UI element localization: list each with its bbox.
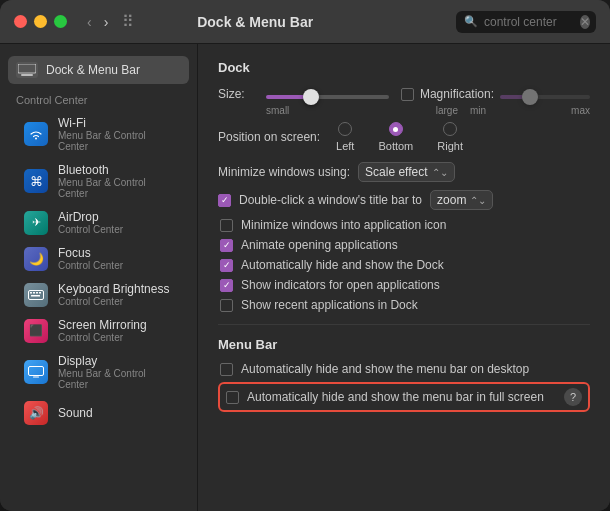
svg-rect-3	[30, 292, 32, 294]
display-info: Display Menu Bar & Control Center	[58, 354, 173, 390]
position-right-radio[interactable]	[443, 122, 457, 136]
help-button[interactable]: ?	[564, 388, 582, 406]
focus-icon: 🌙	[24, 247, 48, 271]
sidebar-item-sound[interactable]: 🔊 Sound	[8, 396, 189, 430]
svg-rect-9	[33, 377, 39, 378]
svg-rect-8	[29, 367, 44, 376]
position-bottom[interactable]: Bottom	[378, 122, 413, 152]
size-small-label: small	[266, 105, 289, 116]
checkbox-minimize-icon: Minimize windows into application icon	[218, 218, 590, 232]
bluetooth-info: Bluetooth Menu Bar & Control Center	[58, 163, 173, 199]
wifi-info: Wi-Fi Menu Bar & Control Center	[58, 116, 173, 152]
dock-menu-bar-icon	[16, 62, 38, 78]
position-right[interactable]: Right	[437, 122, 463, 152]
search-bar: 🔍 ✕	[456, 11, 596, 33]
position-left[interactable]: Left	[336, 122, 354, 152]
auto-hide-fullscreen-checkbox[interactable]	[226, 391, 239, 404]
titlebar: ‹ › ⠿ Dock & Menu Bar 🔍 ✕	[0, 0, 610, 44]
window-title: Dock & Menu Bar	[54, 14, 456, 30]
highlighted-row: Automatically hide and show the menu bar…	[218, 382, 590, 412]
sidebar-item-wifi[interactable]: Wi-Fi Menu Bar & Control Center	[8, 111, 189, 157]
recent-apps-checkbox[interactable]	[220, 299, 233, 312]
position-left-label: Left	[336, 140, 354, 152]
sidebar-item-focus[interactable]: 🌙 Focus Control Center	[8, 241, 189, 276]
double-click-checkbox[interactable]	[218, 194, 231, 207]
svg-rect-1	[21, 74, 33, 76]
svg-rect-7	[31, 295, 40, 297]
svg-rect-4	[33, 292, 35, 294]
auto-hide-desktop-checkbox[interactable]	[220, 363, 233, 376]
size-label: Size:	[218, 87, 254, 101]
sidebar-item-dock-menu-bar[interactable]: Dock & Menu Bar	[8, 56, 189, 84]
minimize-button[interactable]	[34, 15, 47, 28]
magnification-label: Magnification:	[420, 87, 494, 101]
minimize-row: Minimize windows using: Scale effect ⌃⌄	[218, 162, 590, 182]
minimize-icon-label: Minimize windows into application icon	[241, 218, 446, 232]
auto-hide-fullscreen-label: Automatically hide and show the menu bar…	[247, 390, 544, 404]
search-icon: 🔍	[464, 15, 478, 28]
sidebar-section-label: Control Center	[0, 86, 197, 110]
magnification-checkbox[interactable]	[401, 88, 414, 101]
sidebar-item-keyboard[interactable]: Keyboard Brightness Control Center	[8, 277, 189, 312]
auto-hide-dock-checkbox[interactable]	[220, 259, 233, 272]
double-click-action-dropdown[interactable]: zoom ⌃⌄	[430, 190, 493, 210]
mag-min-label: min	[470, 105, 486, 116]
sidebar-item-bluetooth[interactable]: ⌘ Bluetooth Menu Bar & Control Center	[8, 158, 189, 204]
mag-max-label: max	[571, 105, 590, 116]
animate-checkbox[interactable]	[220, 239, 233, 252]
checkbox-recent-apps: Show recent applications in Dock	[218, 298, 590, 312]
menu-bar-section: Menu Bar Automatically hide and show the…	[218, 337, 590, 412]
minimize-label: Minimize windows using:	[218, 165, 350, 179]
indicators-label: Show indicators for open applications	[241, 278, 440, 292]
size-large-label: large	[436, 105, 458, 116]
animate-label: Animate opening applications	[241, 238, 398, 252]
svg-rect-0	[18, 64, 36, 73]
auto-hide-dock-label: Automatically hide and show the Dock	[241, 258, 444, 272]
search-clear-button[interactable]: ✕	[580, 15, 590, 29]
position-right-label: Right	[437, 140, 463, 152]
position-bottom-radio[interactable]	[389, 122, 403, 136]
indicators-checkbox[interactable]	[220, 279, 233, 292]
menu-bar-section-title: Menu Bar	[218, 337, 590, 352]
sound-icon: 🔊	[24, 401, 48, 425]
double-click-action-value: zoom	[437, 193, 466, 207]
main-content: Dock Size: Magnification:	[198, 44, 610, 511]
sound-info: Sound	[58, 406, 93, 420]
position-row: Position on screen: Left Bottom Right	[218, 122, 590, 152]
position-left-radio[interactable]	[338, 122, 352, 136]
airdrop-info: AirDrop Control Center	[58, 210, 123, 235]
position-options: Left Bottom Right	[336, 122, 463, 152]
keyboard-icon	[24, 283, 48, 307]
sidebar-selected-label: Dock & Menu Bar	[46, 63, 140, 77]
bluetooth-icon: ⌘	[24, 169, 48, 193]
auto-hide-desktop-label: Automatically hide and show the menu bar…	[241, 362, 529, 376]
checkbox-animate: Animate opening applications	[218, 238, 590, 252]
wifi-icon	[24, 122, 48, 146]
sidebar-item-display[interactable]: Display Menu Bar & Control Center	[8, 349, 189, 395]
magnification-slider[interactable]	[500, 95, 590, 99]
section-divider	[218, 324, 590, 325]
position-label: Position on screen:	[218, 130, 320, 144]
search-input[interactable]	[484, 15, 574, 29]
dock-section-title: Dock	[218, 60, 590, 75]
sidebar-item-airdrop[interactable]: ✈ AirDrop Control Center	[8, 205, 189, 240]
focus-info: Focus Control Center	[58, 246, 123, 271]
minimize-icon-checkbox[interactable]	[220, 219, 233, 232]
double-click-row: Double-click a window's title bar to zoo…	[218, 190, 590, 210]
sidebar-item-screen-mirroring[interactable]: ⬛ Screen Mirroring Control Center	[8, 313, 189, 348]
close-button[interactable]	[14, 15, 27, 28]
screen-mirroring-icon: ⬛	[24, 319, 48, 343]
window: ‹ › ⠿ Dock & Menu Bar 🔍 ✕ Dock & Menu Ba…	[0, 0, 610, 511]
size-slider[interactable]	[266, 95, 389, 99]
display-icon	[24, 360, 48, 384]
sidebar: Dock & Menu Bar Control Center Wi-Fi Men…	[0, 44, 198, 511]
minimize-effect-dropdown[interactable]: Scale effect ⌃⌄	[358, 162, 454, 182]
double-click-dropdown-arrow-icon: ⌃⌄	[470, 195, 486, 206]
position-bottom-label: Bottom	[378, 140, 413, 152]
minimize-effect-value: Scale effect	[365, 165, 427, 179]
dropdown-arrow-icon: ⌃⌄	[432, 167, 448, 178]
checkbox-auto-hide-dock: Automatically hide and show the Dock	[218, 258, 590, 272]
content: Dock & Menu Bar Control Center Wi-Fi Men…	[0, 44, 610, 511]
checkbox-auto-hide-desktop: Automatically hide and show the menu bar…	[218, 362, 590, 376]
screen-mirroring-info: Screen Mirroring Control Center	[58, 318, 147, 343]
